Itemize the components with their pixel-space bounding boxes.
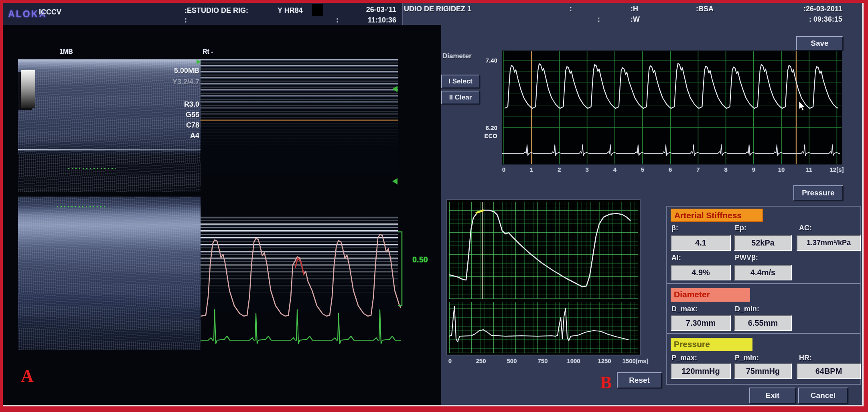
x-tick-label: 3 — [585, 166, 588, 173]
save-button[interactable]: Save — [796, 36, 843, 51]
reset-button[interactable]: Reset — [617, 372, 662, 388]
study-colon: : — [185, 16, 187, 24]
time-b: : 09:36:15 — [772, 15, 842, 24]
x-tick-label: 250 — [476, 357, 486, 364]
bmode-overlay-text: C78 — [152, 121, 199, 130]
param-value: 120mmHg — [671, 363, 731, 379]
clear-button[interactable]: II Clear — [441, 91, 480, 104]
param-label: D_min: — [735, 305, 759, 313]
probe-label: ICCCV — [39, 8, 61, 16]
pulse-trace — [201, 234, 401, 316]
redaction-box — [312, 4, 323, 16]
time-a: 11:10:36 — [349, 16, 396, 24]
marker-arrow-icon — [392, 178, 397, 185]
inner-edge-right — [862, 3, 864, 406]
bmode-gap — [18, 192, 201, 197]
diameter-trace — [505, 63, 838, 108]
param-label: HR: — [799, 354, 812, 362]
zoom-ecg-trace — [449, 306, 629, 342]
zoom-beat-svg — [449, 202, 638, 299]
measure-dotted-line-lower — [57, 206, 107, 207]
bmode-overlay-text: 5.00MB — [152, 67, 199, 75]
x-tick-label: 500 — [507, 357, 517, 364]
x-tick-label: 0 — [448, 357, 452, 364]
select-button[interactable]: I Select — [441, 75, 480, 88]
weight-label: :W — [631, 15, 640, 24]
marker-arrow-icon — [392, 86, 397, 92]
scale-value: 0.50 — [412, 255, 428, 264]
param-label: PWVβ: — [735, 254, 758, 262]
bmode-overlay-text: G55 — [152, 111, 199, 119]
mmode-traces — [201, 217, 401, 350]
param-label: P_max: — [671, 354, 697, 362]
height-label: :H — [631, 5, 638, 13]
x-axis-unit: 1500[ms] — [622, 357, 648, 364]
figure-label-b: B — [600, 372, 612, 393]
measure-dotted-line-upper — [68, 168, 116, 169]
pressure-chip: Pressure — [671, 338, 752, 351]
x-tick-label: 6 — [669, 166, 672, 173]
diameter-waveform-svg — [502, 51, 842, 164]
bmode-overlay-text: A4 — [152, 132, 199, 140]
ecg-trace-b — [502, 145, 840, 156]
patient-id: Y HR84 — [278, 6, 303, 15]
y-axis-max: 7.40 — [475, 57, 497, 64]
mmode-side-label: Rt - — [203, 48, 213, 55]
x-axis-unit: 12[s] — [829, 166, 844, 173]
param-value: 1.37mm²/kPa — [797, 235, 861, 251]
exit-button[interactable]: Exit — [749, 388, 796, 404]
cancel-button[interactable]: Cancel — [798, 388, 848, 404]
param-value: 4.4m/s — [734, 265, 792, 280]
waveform-label: Diameter — [442, 52, 472, 60]
mouse-cursor-icon — [799, 101, 805, 111]
x-tick-label: 7 — [696, 166, 700, 173]
date-b: :26-03-2011 — [772, 5, 842, 13]
param-label: Ep: — [735, 224, 746, 232]
inner-edge-bottom — [3, 405, 862, 406]
zoom-beat-trace — [449, 210, 631, 287]
marker-arrow-icon — [197, 59, 201, 64]
x-tick-label: 1000 — [567, 357, 580, 364]
param-value: 75mmHg — [734, 363, 792, 379]
bmode-overlay-text: R3.0 — [152, 100, 199, 109]
mmode-orange-line — [201, 120, 398, 121]
param-label: AC: — [799, 224, 812, 232]
x-tick-label: 5 — [641, 166, 644, 173]
x-tick-label: 9 — [752, 166, 755, 173]
scale-bracket — [395, 229, 412, 309]
bmode-mode-label: 1MB — [59, 48, 73, 55]
bmode-overlay-text: Y3.2/4.7 — [152, 78, 199, 86]
param-label: β: — [671, 224, 678, 232]
x-tick-label: 2 — [558, 166, 561, 173]
patient-colon: : — [336, 16, 339, 24]
param-label: P_min: — [735, 354, 759, 362]
results-divider — [667, 283, 860, 284]
param-value: 6.55mm — [734, 315, 792, 331]
arterial-stiffness-chip: Arterial Stiffness — [671, 209, 763, 222]
ultrasound-screen: ALOKA ICCCV :ESTUDIO DE RIG: Y HR84 : : … — [0, 0, 868, 412]
header-colon1: : — [570, 5, 572, 13]
param-value: 52kPa — [734, 235, 792, 251]
study-label-b: UDIO DE RIGIDEZ 1 — [404, 5, 471, 13]
diameter-chip: Diameter — [671, 288, 750, 302]
x-tick-label: 750 — [537, 357, 548, 364]
figure-label-a: A — [21, 366, 34, 386]
param-value: 64BPM — [797, 363, 861, 379]
x-tick-label: 1 — [530, 166, 533, 173]
x-tick-label: 4 — [613, 166, 617, 173]
x-tick-label: 11 — [806, 166, 812, 173]
param-value: 7.30mm — [671, 315, 731, 331]
vessel-wall-line — [18, 149, 201, 150]
y-axis-min: 6.20 — [475, 124, 497, 131]
x-tick-label: 1250 — [598, 357, 611, 364]
param-label: AI: — [671, 254, 681, 262]
study-label-a: :ESTUDIO DE RIG: — [185, 6, 248, 15]
x-tick-label: 8 — [724, 166, 727, 173]
param-label: D_max: — [671, 305, 698, 313]
grayscale-bar — [21, 70, 35, 108]
param-value: 4.9% — [671, 265, 731, 280]
pressure-button[interactable]: Pressure — [793, 185, 843, 201]
x-tick-label: 10 — [778, 166, 785, 173]
bsa-label: :BSA — [696, 5, 714, 13]
zoom-ecg-svg — [449, 302, 638, 353]
